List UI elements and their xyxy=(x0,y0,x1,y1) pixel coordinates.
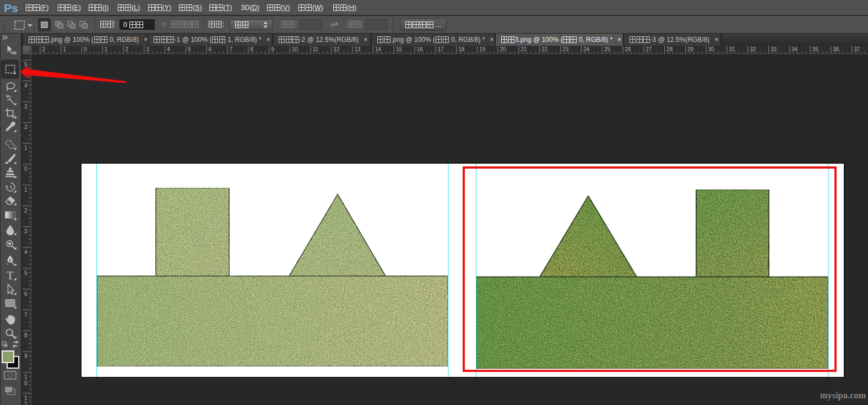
svg-text:0: 0 xyxy=(84,46,87,52)
svg-text:32: 32 xyxy=(750,46,756,52)
svg-text:14: 14 xyxy=(375,46,382,52)
svg-text:1: 1 xyxy=(24,401,28,405)
svg-text:1: 1 xyxy=(63,46,66,52)
svg-text:25: 25 xyxy=(604,46,611,52)
svg-text:31: 31 xyxy=(729,46,735,52)
svg-text:35: 35 xyxy=(812,46,819,52)
svg-text:2: 2 xyxy=(42,46,45,52)
svg-text:4: 4 xyxy=(167,46,170,52)
svg-text:T: T xyxy=(7,269,14,282)
svg-text:1: 1 xyxy=(24,395,28,401)
svg-text:3: 3 xyxy=(24,104,28,110)
svg-text:13: 13 xyxy=(354,46,361,52)
svg-text:23: 23 xyxy=(562,46,569,52)
svg-text:20: 20 xyxy=(500,46,507,52)
svg-text:12: 12 xyxy=(333,46,340,52)
svg-text:1: 1 xyxy=(24,187,28,193)
svg-text:3: 3 xyxy=(146,46,149,52)
svg-text:33: 33 xyxy=(771,46,777,52)
svg-text:17: 17 xyxy=(437,46,444,52)
svg-text:6: 6 xyxy=(209,46,212,52)
svg-text:30: 30 xyxy=(708,46,715,52)
svg-text:11: 11 xyxy=(313,46,319,52)
svg-text:1: 1 xyxy=(24,145,28,151)
svg-text:21: 21 xyxy=(521,46,528,52)
svg-text:0: 0 xyxy=(24,166,28,172)
svg-text:36: 36 xyxy=(833,46,839,52)
svg-text:1: 1 xyxy=(105,46,108,52)
svg-text:26: 26 xyxy=(625,46,632,52)
svg-text:10: 10 xyxy=(292,46,299,52)
svg-text:7: 7 xyxy=(24,312,28,318)
svg-text:6: 6 xyxy=(24,291,28,297)
svg-text:37: 37 xyxy=(854,46,860,52)
svg-text:4: 4 xyxy=(24,249,28,255)
svg-text:18: 18 xyxy=(458,46,465,52)
svg-text:2: 2 xyxy=(24,208,28,214)
svg-text:2: 2 xyxy=(126,46,129,52)
svg-text:8: 8 xyxy=(250,46,253,52)
svg-text:24: 24 xyxy=(583,46,590,52)
svg-text:9: 9 xyxy=(271,46,274,52)
svg-text:27: 27 xyxy=(645,46,652,52)
svg-text:28: 28 xyxy=(666,46,673,52)
svg-text:1: 1 xyxy=(24,374,28,380)
svg-text:15: 15 xyxy=(396,46,403,52)
svg-text:0: 0 xyxy=(24,380,28,386)
svg-text:9: 9 xyxy=(24,353,28,359)
svg-text:34: 34 xyxy=(791,46,798,52)
svg-text:3: 3 xyxy=(24,228,28,234)
svg-text:29: 29 xyxy=(687,46,694,52)
svg-text:16: 16 xyxy=(417,46,424,52)
svg-text:7: 7 xyxy=(230,46,233,52)
svg-text:22: 22 xyxy=(541,46,548,52)
svg-text:5: 5 xyxy=(24,270,28,276)
svg-text:8: 8 xyxy=(24,332,28,338)
svg-text:19: 19 xyxy=(479,46,486,52)
svg-text:5: 5 xyxy=(188,46,191,52)
svg-text:2: 2 xyxy=(24,124,28,130)
